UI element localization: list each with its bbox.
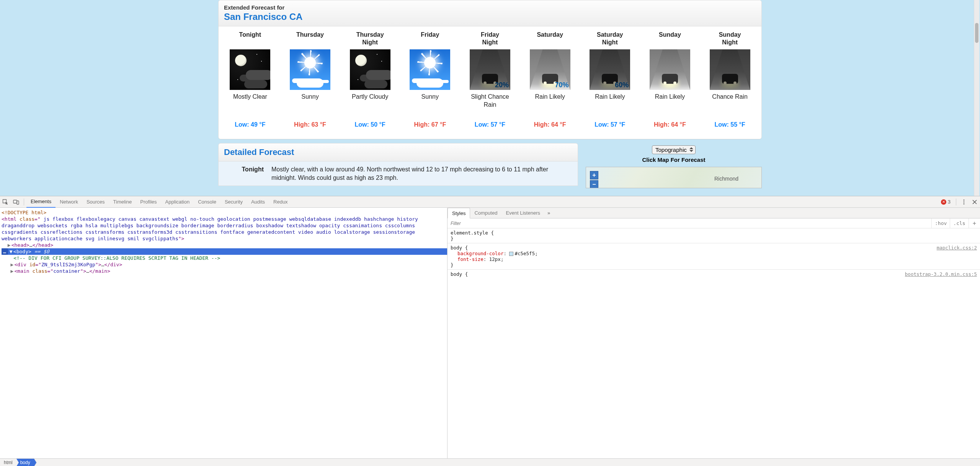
forecast-day-title: Sunday	[641, 30, 699, 46]
forecast-day-title: Thursday	[281, 30, 339, 46]
weather-icon: 70%	[530, 49, 570, 90]
styles-filter-input[interactable]	[448, 221, 931, 226]
breadcrumb-body[interactable]: body	[16, 459, 34, 466]
device-toolbar-icon[interactable]	[11, 196, 21, 208]
forecast-day-title: Thursday Night	[341, 30, 399, 46]
forecast-condition: Rain Likely	[581, 93, 639, 110]
detailed-forecast-panel: Detailed Forecast Tonight Mostly clear, …	[218, 143, 578, 188]
weather-icon	[650, 49, 690, 90]
page-scrollbar-thumb[interactable]	[975, 23, 978, 43]
forecast-condition: Mostly Clear	[221, 93, 279, 110]
hov-toggle[interactable]: :hov	[931, 218, 950, 228]
devtools-toolbar: ElementsNetworkSourcesTimelineProfilesAp…	[0, 196, 980, 208]
forecast-day[interactable]: Thursday NightPartly CloudyLow: 50 °F	[341, 30, 399, 128]
devtools-tab-console[interactable]: Console	[194, 196, 220, 208]
forecast-temp: Low: 57 °F	[461, 121, 519, 128]
detailed-heading: Detailed Forecast	[218, 143, 578, 161]
precip-percent: 60%	[615, 81, 629, 89]
forecast-day-title: Tonight	[221, 30, 279, 46]
dom-selected-body[interactable]: …▼<body>== $0	[2, 248, 447, 255]
weather-icon	[350, 49, 390, 90]
forecast-day-title: Sunday Night	[701, 30, 759, 46]
forecast-day-title: Saturday Night	[581, 30, 639, 46]
svg-rect-1	[17, 201, 19, 204]
breadcrumb-html[interactable]: html	[0, 459, 16, 466]
styles-tab-styles[interactable]: Styles	[448, 208, 470, 218]
styles-tabs: StylesComputedEvent Listeners»	[448, 208, 980, 218]
styles-tabs-overflow-icon[interactable]: »	[544, 210, 553, 216]
dom-tree[interactable]: <!DOCTYPE html> <html class=" js flexbox…	[0, 208, 447, 458]
forecast-condition: Sunny	[401, 93, 459, 110]
devtools-tabs: ElementsNetworkSourcesTimelineProfilesAp…	[26, 196, 292, 208]
forecast-temp: High: 64 °F	[521, 121, 579, 128]
devtools-menu-icon[interactable]	[959, 196, 969, 208]
devtools-tab-sources[interactable]: Sources	[82, 196, 109, 208]
error-icon: ✕	[941, 199, 946, 205]
page-scrollbar[interactable]	[974, 0, 979, 196]
devtools-tab-timeline[interactable]: Timeline	[109, 196, 136, 208]
devtools-breadcrumb[interactable]: htmlbody	[0, 458, 980, 466]
forecast-day-title: Friday Night	[461, 30, 519, 46]
weather-icon: 20%	[470, 49, 510, 90]
forecast-temp: High: 64 °F	[641, 121, 699, 128]
detailed-row-label: Tonight	[224, 165, 264, 182]
devtools-panel: ElementsNetworkSourcesTimelineProfilesAp…	[0, 196, 980, 466]
stylesheet-link[interactable]: mapclick.css:2	[937, 245, 977, 251]
zoom-out-button[interactable]: −	[590, 180, 598, 188]
forecast-day[interactable]: Sunday NightChance RainLow: 55 °F	[701, 30, 759, 128]
forecast-day[interactable]: ThursdaySunnyHigh: 63 °F	[281, 30, 339, 128]
forecast-condition: Partly Cloudy	[341, 93, 399, 110]
devtools-tab-profiles[interactable]: Profiles	[136, 196, 161, 208]
weather-icon	[230, 49, 270, 90]
new-style-rule-button[interactable]: +	[969, 218, 980, 228]
forecast-day[interactable]: SundayRain LikelyHigh: 64 °F	[641, 30, 699, 128]
forecast-location[interactable]: San Francisco CA	[224, 11, 756, 22]
error-count[interactable]: ✕ 3	[938, 199, 954, 205]
precip-percent: 70%	[555, 81, 569, 89]
map-layer-select[interactable]: Topographic	[652, 145, 696, 154]
forecast-temp: Low: 50 °F	[341, 121, 399, 128]
svg-point-4	[964, 203, 965, 204]
styles-rules[interactable]: element.style { } mapclick.css:2body { b…	[448, 228, 980, 279]
devtools-tab-audits[interactable]: Audits	[247, 196, 269, 208]
zoom-in-button[interactable]: +	[590, 171, 598, 179]
forecast-day[interactable]: Saturday Night60%Rain LikelyLow: 57 °F	[581, 30, 639, 128]
devtools-tab-security[interactable]: Security	[220, 196, 247, 208]
svg-rect-0	[13, 200, 17, 203]
weather-icon	[710, 49, 750, 90]
styles-filter-row: :hov .cls +	[448, 218, 980, 228]
forecast-temp: High: 67 °F	[401, 121, 459, 128]
svg-point-3	[964, 201, 965, 202]
forecast-prefix: Extended Forecast for	[224, 4, 756, 11]
forecast-day[interactable]: Friday Night20%Slight Chance RainLow: 57…	[461, 30, 519, 128]
weather-icon	[290, 49, 330, 90]
forecast-row: TonightMostly ClearLow: 49 °FThursdaySun…	[219, 26, 761, 139]
forecast-day[interactable]: TonightMostly ClearLow: 49 °F	[221, 30, 279, 128]
forecast-condition: Slight Chance Rain	[461, 93, 519, 110]
forecast-day[interactable]: FridaySunnyHigh: 67 °F	[401, 30, 459, 128]
devtools-tab-application[interactable]: Application	[161, 196, 194, 208]
detailed-row: Tonight Mostly clear, with a low around …	[218, 161, 578, 186]
forecast-panel: Extended Forecast for San Francisco CA T…	[218, 0, 762, 139]
forecast-condition: Chance Rain	[701, 93, 759, 110]
styles-tab-event-listeners[interactable]: Event Listeners	[501, 208, 544, 218]
devtools-close-icon[interactable]	[969, 196, 980, 208]
forecast-map[interactable]: + − Richmond	[586, 167, 762, 188]
forecast-sidebar: Topographic Click Map For Forecast + − R…	[586, 143, 762, 188]
weather-icon: 60%	[590, 49, 630, 90]
svg-point-2	[964, 199, 965, 200]
inspect-element-icon[interactable]	[0, 196, 11, 208]
devtools-tab-redux[interactable]: Redux	[269, 196, 292, 208]
forecast-day-title: Friday	[401, 30, 459, 46]
stylesheet-link[interactable]: bootstrap-3.2.0.min.css:5	[905, 271, 977, 277]
color-swatch-icon[interactable]	[509, 252, 513, 256]
devtools-tab-elements[interactable]: Elements	[26, 196, 56, 208]
styles-tab-computed[interactable]: Computed	[470, 208, 501, 218]
forecast-day[interactable]: Saturday70%Rain LikelyHigh: 64 °F	[521, 30, 579, 128]
page-content: Extended Forecast for San Francisco CA T…	[0, 0, 980, 196]
cls-toggle[interactable]: .cls	[950, 218, 968, 228]
forecast-temp: Low: 49 °F	[221, 121, 279, 128]
forecast-condition: Rain Likely	[521, 93, 579, 110]
weather-icon	[410, 49, 450, 90]
devtools-tab-network[interactable]: Network	[56, 196, 82, 208]
